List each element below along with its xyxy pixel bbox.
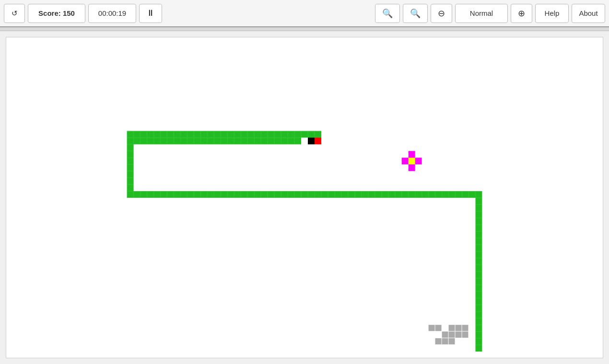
zoom-in-button[interactable]: 🔍 bbox=[403, 4, 428, 23]
pause-icon: ⏸ bbox=[146, 8, 155, 18]
difficulty-display[interactable]: Normal bbox=[455, 4, 508, 23]
about-button[interactable]: About bbox=[572, 4, 605, 23]
timer-display: 00:00:19 bbox=[88, 4, 136, 23]
zoom-minus-button[interactable]: ⊖ bbox=[431, 4, 452, 23]
zoom-minus-icon: ⊖ bbox=[438, 8, 445, 19]
reset-button[interactable]: ↺ bbox=[4, 4, 25, 23]
zoom-in-icon: 🔍 bbox=[410, 8, 421, 19]
game-canvas[interactable] bbox=[6, 37, 603, 358]
zoom-plus-button[interactable]: ⊕ bbox=[511, 4, 532, 23]
zoom-out-icon: 🔍 bbox=[382, 8, 393, 19]
game-container bbox=[6, 37, 603, 358]
reset-icon: ↺ bbox=[12, 9, 18, 18]
pause-button[interactable]: ⏸ bbox=[139, 4, 162, 23]
zoom-out-button[interactable]: 🔍 bbox=[375, 4, 400, 23]
score-display: Score: 150 bbox=[28, 4, 85, 23]
toolbar: ↺ Score: 150 00:00:19 ⏸ 🔍 🔍 ⊖ Normal ⊕ H… bbox=[0, 0, 609, 27]
help-button[interactable]: Help bbox=[535, 4, 569, 23]
zoom-plus-icon: ⊕ bbox=[518, 8, 525, 19]
toolbar-separator bbox=[0, 27, 609, 31]
